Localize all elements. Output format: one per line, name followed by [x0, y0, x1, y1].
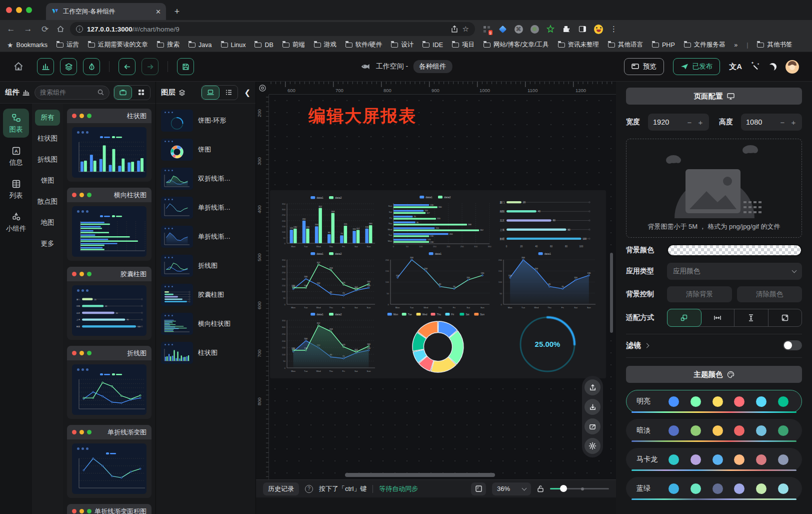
- height-input[interactable]: 1080 − +: [741, 114, 802, 131]
- settings-gear-button[interactable]: [584, 438, 600, 454]
- category-地图[interactable]: 地图: [35, 215, 60, 231]
- clear-background-button[interactable]: 清除背景: [667, 286, 732, 302]
- dashboard-chart-capsule[interactable]: 厦门20南阳40北京60上海80新疆100020406080100: [496, 195, 600, 250]
- import-button[interactable]: [584, 399, 600, 415]
- bookmark-folder[interactable]: Java: [188, 41, 212, 49]
- preview-button[interactable]: 预览: [624, 58, 664, 75]
- bookmark-folder[interactable]: 其他语言: [608, 41, 643, 49]
- side-panel-icon[interactable]: [578, 25, 587, 34]
- dashboard-chart-line1area[interactable]: data1050100150200MonTueWedThuFriSatSun12…: [496, 251, 600, 311]
- width-decrement[interactable]: −: [686, 118, 693, 127]
- minimize-window-button[interactable]: [16, 7, 22, 13]
- category-所有[interactable]: 所有: [35, 110, 60, 126]
- bookmark-folder[interactable]: 资讯未整理: [558, 41, 600, 49]
- category-更多[interactable]: 更多: [35, 236, 60, 252]
- dashboard-chart-hbar[interactable]: data1data2050100150200250300350120200150…: [382, 194, 494, 250]
- layer-item[interactable]: 横向柱状图: [161, 313, 250, 335]
- fit-auto-button[interactable]: [667, 309, 702, 327]
- fit-stretch-button[interactable]: [768, 309, 802, 326]
- layer-item[interactable]: 双折线渐…: [161, 168, 250, 190]
- component-card[interactable]: 折线图: [67, 346, 152, 419]
- lock-icon[interactable]: [537, 485, 544, 492]
- bookmark-folder[interactable]: 软件/硬件: [346, 41, 382, 49]
- bookmark-folder[interactable]: DB: [254, 41, 273, 49]
- zoom-slider-knob[interactable]: [560, 485, 567, 492]
- height-decrement[interactable]: −: [779, 118, 786, 127]
- bookmark-folder[interactable]: 前端: [282, 41, 305, 49]
- zoom-select[interactable]: 36%: [492, 482, 531, 495]
- align-panel-button[interactable]: [471, 482, 486, 495]
- browser-menu-icon[interactable]: ⋮: [610, 25, 618, 34]
- extensions-puzzle-icon[interactable]: [562, 25, 571, 34]
- layer-item[interactable]: 单折线渐…: [161, 197, 250, 219]
- bookmark-folder[interactable]: 近期需要读的文章: [88, 41, 148, 49]
- bookmark-folder[interactable]: Linux: [221, 41, 246, 49]
- bookmark-folder[interactable]: 设计: [391, 41, 414, 49]
- help-icon[interactable]: ?: [305, 485, 313, 493]
- user-avatar[interactable]: [786, 60, 799, 74]
- width-increment[interactable]: +: [697, 118, 704, 127]
- category-折线图[interactable]: 折线图: [35, 152, 60, 168]
- undo-button[interactable]: [118, 58, 136, 75]
- collapse-panel-icon[interactable]: ❮: [244, 88, 250, 97]
- editor-canvas[interactable]: 6007008009001000110012001300 20030040050…: [256, 82, 616, 514]
- other-bookmarks[interactable]: 其他书签: [757, 41, 792, 49]
- app-type-select[interactable]: 应用颜色: [667, 263, 802, 280]
- new-tab-button[interactable]: +: [170, 5, 184, 19]
- dashboard-preview[interactable]: data1data2050100150200250300350MonTueWed…: [270, 190, 606, 378]
- bookmark-folder[interactable]: 项目: [452, 41, 474, 49]
- background-upload-dropzone[interactable]: 背景图需小于 5M ， 格式为 png/jpg/gif 的文件: [626, 139, 802, 238]
- extension-star-icon[interactable]: [546, 25, 555, 34]
- fit-height-button[interactable]: [734, 309, 768, 326]
- close-window-button[interactable]: [6, 7, 12, 13]
- dark-mode-icon[interactable]: [769, 63, 776, 71]
- canvas-horizontal-scrollbar[interactable]: [345, 473, 495, 477]
- site-info-icon[interactable]: i: [76, 26, 83, 33]
- history-button[interactable]: 历史记录: [263, 482, 299, 495]
- clear-color-button[interactable]: 清除颜色: [737, 286, 802, 302]
- home-button[interactable]: [13, 61, 24, 72]
- profile-avatar-icon[interactable]: [594, 25, 603, 34]
- sidebar-tab-图表[interactable]: 图表: [3, 109, 29, 138]
- share-icon[interactable]: [450, 25, 458, 33]
- bookmarks-manager[interactable]: ★ Bookmarks: [7, 41, 48, 49]
- back-icon[interactable]: ←: [5, 24, 17, 34]
- height-increment[interactable]: +: [790, 118, 797, 127]
- dashboard-chart-progress[interactable]: 25.00%: [496, 311, 600, 374]
- bookmark-folder[interactable]: 搜索: [157, 41, 180, 49]
- theme-row-暗淡[interactable]: 暗淡: [626, 419, 802, 442]
- tab-close-icon[interactable]: ✕: [156, 8, 161, 16]
- bookmark-folder[interactable]: 文件服务器: [684, 41, 726, 49]
- component-card[interactable]: 横向柱状图: [67, 188, 152, 261]
- layer-item[interactable]: 折线图: [161, 255, 250, 277]
- dashboard-chart-line1g[interactable]: data1050100150200MonTueWedThuFriSatSun12…: [382, 251, 494, 311]
- theme-row-明亮[interactable]: 明亮: [626, 390, 802, 413]
- toggle-guides-eye-icon[interactable]: [256, 82, 269, 95]
- browser-tab[interactable]: 工作空间-各种组件 ✕: [46, 3, 166, 20]
- bookmark-star-icon[interactable]: ☆: [462, 25, 469, 34]
- layer-item[interactable]: 胶囊柱图: [161, 284, 250, 306]
- dashboard-chart-donut[interactable]: MonTueWedThuFriSatSun: [382, 311, 494, 374]
- component-card[interactable]: 柱状图: [67, 109, 152, 182]
- layer-item[interactable]: 饼图: [161, 139, 250, 161]
- bookmarks-overflow[interactable]: »: [734, 42, 738, 49]
- theme-row-蓝绿[interactable]: 蓝绿: [626, 477, 802, 500]
- details-toggle-button[interactable]: [83, 58, 100, 75]
- component-card[interactable]: 胶囊柱图厦门20南阳40北京60上海80新疆100: [67, 267, 152, 340]
- layers-toggle-button[interactable]: [60, 58, 77, 75]
- bookmark-folder[interactable]: IDE: [422, 41, 443, 49]
- window-controls[interactable]: [6, 0, 32, 20]
- filter-toggle[interactable]: [783, 340, 802, 350]
- export-button[interactable]: [584, 379, 600, 395]
- home-icon[interactable]: [56, 25, 65, 34]
- dashboard-chart-area2[interactable]: data1data2050100150200250300350MonTueWed…: [279, 311, 379, 374]
- sidebar-tab-信息[interactable]: A信息: [3, 142, 29, 171]
- sidebar-tab-列表[interactable]: 列表: [3, 175, 29, 204]
- single-view-button[interactable]: [114, 86, 132, 100]
- workspace-badge[interactable]: 各种组件: [413, 60, 452, 73]
- bookmark-folder[interactable]: 网站/博客/文章/工具: [484, 41, 548, 49]
- bg-color-swatch[interactable]: [667, 244, 802, 256]
- edit-button[interactable]: [584, 418, 600, 434]
- bookmark-folder[interactable]: 运营: [56, 41, 79, 49]
- grid-view-button[interactable]: [132, 86, 150, 100]
